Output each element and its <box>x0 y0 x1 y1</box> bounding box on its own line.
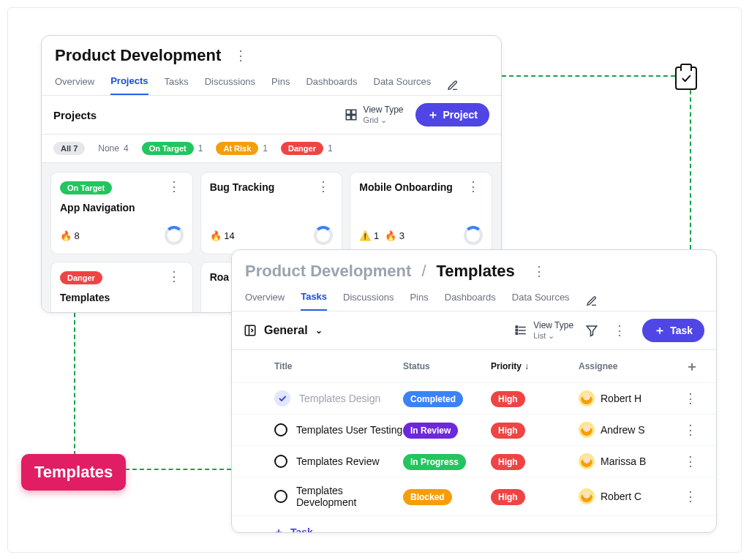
chevron-down-icon[interactable]: ⌄ <box>315 325 323 336</box>
plus-icon: ＋ <box>273 526 285 533</box>
tab-overview[interactable]: Overview <box>55 76 94 94</box>
row-menu-icon[interactable]: ⋮ <box>681 453 703 469</box>
status-pill[interactable]: In Review <box>403 423 458 439</box>
col-status[interactable]: Status <box>403 361 491 371</box>
add-column-button[interactable]: ＋ <box>681 357 703 375</box>
group-label[interactable]: General <box>264 324 308 337</box>
view-type-value: List <box>533 331 546 340</box>
chevron-down-icon: ⌄ <box>548 331 554 340</box>
tab-data-sources[interactable]: Data Sources <box>374 76 432 94</box>
edit-tabs-icon[interactable] <box>586 295 598 307</box>
project-card[interactable]: ⋮Mobile Onboarding⚠️ 1🔥 3 <box>350 172 492 254</box>
tab-discussions[interactable]: Discussions <box>205 76 255 94</box>
priority-pill[interactable]: High <box>491 423 525 439</box>
tab-data-sources[interactable]: Data Sources <box>512 292 570 310</box>
tab-dashboards[interactable]: Dashboards <box>306 76 357 94</box>
new-task-button[interactable]: ＋ Task <box>642 319 704 342</box>
connector-line <box>74 313 75 470</box>
tab-tasks[interactable]: Tasks <box>301 291 327 311</box>
tab-dashboards[interactable]: Dashboards <box>445 292 496 310</box>
tabs: OverviewTasksDiscussionsPinsDashboardsDa… <box>232 281 716 311</box>
tab-tasks[interactable]: Tasks <box>165 76 189 94</box>
priority-pill[interactable]: High <box>491 454 525 470</box>
row-menu-icon[interactable]: ⋮ <box>681 422 703 438</box>
card-menu-icon[interactable]: ⋮ <box>165 268 185 284</box>
view-type-selector[interactable]: View Type Grid ⌄ <box>345 105 404 124</box>
project-card[interactable]: ⋮Bug Tracking🔥 14 <box>200 172 343 254</box>
canvas: Product Development ⋮ OverviewProjectsTa… <box>7 7 742 553</box>
project-card[interactable]: ⋮On TargetApp Navigation🔥 8 <box>50 172 193 254</box>
svg-rect-2 <box>346 116 350 120</box>
button-label: Project <box>443 109 478 121</box>
table-row[interactable]: Templates ReviewIn ProgressHighMarissa B… <box>232 446 716 477</box>
filter-at-risk[interactable]: At Risk 1 <box>216 142 268 155</box>
more-menu-icon[interactable]: ⋮ <box>610 322 631 338</box>
view-type-label: View Type <box>364 105 404 115</box>
assignee-cell[interactable]: Marissa B <box>579 453 681 469</box>
svg-rect-0 <box>346 110 350 114</box>
panel-menu-icon[interactable]: ⋮ <box>530 263 550 279</box>
svg-rect-1 <box>351 110 355 114</box>
filter-all[interactable]: All 7 <box>53 142 85 155</box>
fire-count: 🔥 3 <box>385 230 404 241</box>
assignee-name: Robert C <box>601 491 641 502</box>
card-menu-icon[interactable]: ⋮ <box>464 178 484 194</box>
table-row[interactable]: Templates DevelopmentBlockedHighRobert C… <box>232 477 716 516</box>
task-checkbox[interactable] <box>274 455 287 468</box>
status-badge: On Target <box>60 181 112 194</box>
panel-layout-icon[interactable] <box>244 324 257 337</box>
card-menu-icon[interactable]: ⋮ <box>314 178 334 194</box>
sort-desc-icon: ↓ <box>524 361 529 371</box>
assignee-name: Robert H <box>601 393 641 404</box>
grid-icon <box>345 108 358 121</box>
add-task-row[interactable]: ＋ Task <box>232 516 716 533</box>
svg-rect-3 <box>351 116 355 120</box>
assignee-cell[interactable]: Robert C <box>579 488 681 504</box>
priority-pill[interactable]: High <box>491 391 525 407</box>
hero-chip: Templates <box>21 454 126 491</box>
assignee-cell[interactable]: Robert H <box>579 390 681 406</box>
status-pill[interactable]: Completed <box>403 391 463 407</box>
connector-line <box>690 75 691 249</box>
task-done-icon[interactable] <box>274 390 290 406</box>
filter-danger[interactable]: Danger 1 <box>281 142 333 155</box>
col-priority[interactable]: Priority↓ <box>491 361 579 371</box>
connector-line <box>125 469 231 470</box>
new-project-button[interactable]: ＋ Project <box>415 103 489 126</box>
avatar <box>579 488 595 504</box>
task-checkbox[interactable] <box>274 423 287 436</box>
view-type-selector[interactable]: View Type List ⌄ <box>514 321 573 339</box>
breadcrumb-root[interactable]: Product Development <box>245 262 411 281</box>
tab-projects[interactable]: Projects <box>110 75 148 95</box>
status-pill[interactable]: In Progress <box>403 454 466 470</box>
table-row[interactable]: Templates User TestingIn ReviewHighAndre… <box>232 415 716 446</box>
col-title[interactable]: Title <box>274 361 403 371</box>
card-menu-icon[interactable]: ⋮ <box>165 178 185 194</box>
task-table: Title Status Priority↓ Assignee ＋ Templa… <box>232 350 716 533</box>
filter-none[interactable]: None 4 <box>98 143 128 154</box>
tab-pins[interactable]: Pins <box>271 76 290 94</box>
task-title: Templates Development <box>296 485 403 508</box>
table-row[interactable]: Templates DesignCompletedHighRobert H⋮ <box>232 383 716 415</box>
row-menu-icon[interactable]: ⋮ <box>681 488 703 504</box>
filter-icon[interactable] <box>585 324 598 337</box>
filter-on-target[interactable]: On Target 1 <box>142 142 203 155</box>
col-assignee[interactable]: Assignee <box>579 361 681 371</box>
tab-pins[interactable]: Pins <box>410 292 428 310</box>
plus-icon: ＋ <box>654 325 666 336</box>
edit-tabs-icon[interactable] <box>447 80 459 91</box>
progress-ring <box>314 226 333 245</box>
status-pill[interactable]: Blocked <box>403 489 452 505</box>
checklist-icon <box>675 67 697 90</box>
tab-overview[interactable]: Overview <box>245 292 285 310</box>
tab-discussions[interactable]: Discussions <box>343 292 394 310</box>
svg-rect-10 <box>516 330 517 331</box>
assignee-cell[interactable]: Andrew S <box>579 422 681 438</box>
row-menu-icon[interactable]: ⋮ <box>681 390 703 406</box>
project-card[interactable]: ⋮DangerTemplates⚠️ 2🔥 3 <box>50 262 193 313</box>
task-checkbox[interactable] <box>274 490 287 503</box>
breadcrumb-separator: / <box>418 262 429 281</box>
connector-line <box>502 75 690 77</box>
panel-menu-icon[interactable]: ⋮ <box>231 48 252 64</box>
priority-pill[interactable]: High <box>491 489 525 505</box>
